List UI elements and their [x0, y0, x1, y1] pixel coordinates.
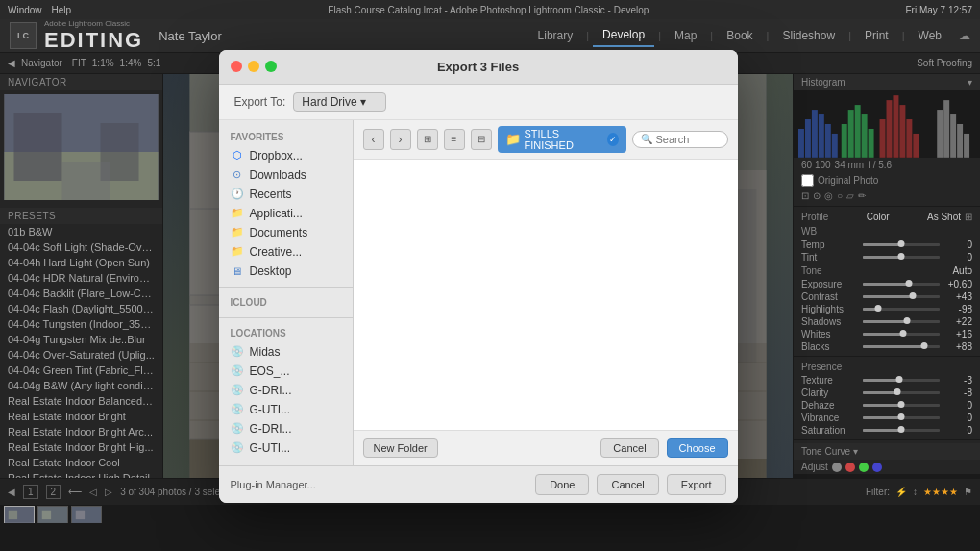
adjust-dot-green[interactable]: [859, 463, 869, 472]
sidebar-item-gdri1[interactable]: 💿 G-DRI...: [219, 381, 353, 400]
search-box[interactable]: 🔍: [632, 131, 728, 148]
tab-web[interactable]: Web: [909, 25, 951, 46]
list-view-button[interactable]: ≡: [444, 129, 465, 150]
profile-grid-icon[interactable]: ⊞: [965, 212, 972, 222]
preset-item[interactable]: Real Estate Indoor Bright Hig...: [0, 439, 162, 455]
preset-item[interactable]: Real Estate Indoor Bright: [0, 409, 162, 424]
tab-library[interactable]: Library: [528, 25, 583, 46]
preset-item[interactable]: 04-04c Flash (Daylight_5500-...: [0, 301, 162, 316]
export-button[interactable]: Export: [667, 474, 726, 495]
page-num-2[interactable]: 2: [46, 485, 61, 499]
zoom-option-2[interactable]: 1:4%: [120, 58, 142, 68]
preset-item[interactable]: 04-04g B&W (Any light condit...): [0, 378, 162, 393]
tab-book[interactable]: Book: [717, 25, 762, 46]
preset-item[interactable]: 04-04c Soft Light (Shade-Over...: [0, 239, 162, 255]
tab-slideshow[interactable]: Slideshow: [772, 25, 845, 46]
maximize-button[interactable]: [265, 61, 277, 72]
auto-tone-button[interactable]: Auto: [952, 265, 972, 276]
page-prev-icon[interactable]: ◀: [8, 487, 15, 497]
sidebar-item-creative[interactable]: 📁 Creative...: [219, 242, 353, 262]
menu-help[interactable]: Help: [52, 5, 72, 15]
prev-import-icon[interactable]: ⟵: [68, 487, 82, 497]
adjust-dot-grey[interactable]: [832, 463, 842, 472]
shadows-slider[interactable]: [863, 320, 940, 323]
back-button[interactable]: ‹: [363, 129, 384, 150]
profile-value[interactable]: Color: [867, 212, 890, 222]
sidebar-item-desktop[interactable]: 🖥 Desktop: [219, 262, 353, 281]
plugin-manager-button[interactable]: Plug-in Manager...: [231, 479, 316, 490]
sidebar-item-dropbox[interactable]: ⬡ Dropbox...: [219, 146, 353, 165]
crop-icon[interactable]: ⊡: [801, 190, 809, 201]
close-button[interactable]: [231, 61, 242, 72]
export-cancel-button[interactable]: Cancel: [597, 474, 658, 495]
preset-item[interactable]: Real Estate Indoor Balanced V...: [0, 393, 162, 409]
sidebar-item-downloads[interactable]: ⊙ Downloads: [219, 165, 353, 185]
preset-item[interactable]: 04-04c Backlit (Flare_Low-Con...: [0, 286, 162, 301]
forward-button[interactable]: ›: [390, 129, 411, 150]
preset-item[interactable]: Real Estate Indoor High Detail: [0, 470, 162, 478]
preset-item[interactable]: 01b B&W: [0, 224, 162, 239]
original-photo-checkbox[interactable]: [801, 174, 814, 187]
tone-curve-header[interactable]: Tone Curve ▾: [794, 443, 980, 460]
zoom-option-3[interactable]: 5:1: [147, 58, 160, 68]
preset-item[interactable]: 04-04c Green Tint (Fabric_Flu...: [0, 363, 162, 378]
preset-item[interactable]: 04-04g Tungsten Mix de..Blur: [0, 332, 162, 347]
profile-preset[interactable]: As Shot: [927, 212, 961, 222]
gradient-icon[interactable]: ▱: [846, 190, 854, 201]
menu-window[interactable]: Window: [8, 5, 42, 15]
new-folder-button[interactable]: New Folder: [363, 438, 438, 458]
preset-item[interactable]: 04-04c Over-Saturated (Uplig...: [0, 347, 162, 363]
tab-develop[interactable]: Develop: [593, 24, 654, 47]
column-view-button[interactable]: ⊟: [471, 129, 492, 150]
cancel-folder-button[interactable]: Cancel: [600, 438, 658, 458]
page-num-1[interactable]: 1: [23, 485, 38, 499]
blacks-slider[interactable]: [863, 345, 940, 348]
icon-view-button[interactable]: ⊞: [417, 129, 438, 150]
preset-item[interactable]: Real Estate Indoor Bright Arc...: [0, 424, 162, 439]
filter-icon[interactable]: ⚡: [895, 487, 907, 497]
radial-icon[interactable]: ○: [837, 190, 843, 201]
done-button[interactable]: Done: [535, 474, 589, 495]
choose-folder-button[interactable]: Choose: [667, 438, 728, 458]
vibrance-slider[interactable]: [863, 416, 940, 419]
preset-item[interactable]: 04-04h Hard Light (Open Sun): [0, 255, 162, 270]
film-thumb-2[interactable]: [37, 506, 68, 523]
film-thumb-1[interactable]: [4, 506, 35, 523]
fit-option[interactable]: FIT: [72, 58, 86, 68]
exposure-slider[interactable]: [863, 283, 940, 286]
search-input[interactable]: [656, 134, 733, 145]
sidebar-item-eos[interactable]: 💿 EOS_...: [219, 362, 353, 381]
sort-icon[interactable]: ↕: [913, 487, 918, 497]
temp-slider[interactable]: [863, 243, 940, 246]
contrast-slider[interactable]: [863, 295, 940, 298]
highlights-slider[interactable]: [863, 308, 940, 311]
preset-item[interactable]: 04-04c HDR Natural (Environm...: [0, 270, 162, 286]
export-to-select[interactable]: Hard Drive ▾: [293, 92, 386, 112]
flag-icon[interactable]: ⚑: [964, 487, 972, 497]
sidebar-item-applications[interactable]: 📁 Applicati...: [219, 204, 353, 223]
whites-slider[interactable]: [863, 333, 940, 336]
sidebar-item-gdri2[interactable]: 💿 G-DRI...: [219, 419, 353, 438]
sidebar-item-recents[interactable]: 🕐 Recents: [219, 185, 353, 204]
clarity-slider[interactable]: [863, 391, 940, 394]
sidebar-item-guti1[interactable]: 💿 G-UTI...: [219, 400, 353, 419]
adjust-dot-blue[interactable]: [872, 463, 882, 472]
sidebar-item-documents[interactable]: 📁 Documents: [219, 223, 353, 242]
preset-item[interactable]: 04-04c Tungsten (Indoor_3500...: [0, 316, 162, 332]
sidebar-item-guti2[interactable]: 💿 G-UTI...: [219, 438, 353, 458]
tab-map[interactable]: Map: [665, 25, 706, 46]
brush-icon[interactable]: ✏: [858, 190, 866, 201]
histogram-collapse[interactable]: ▾: [968, 77, 972, 88]
texture-slider[interactable]: [863, 379, 940, 382]
minimize-button[interactable]: [248, 61, 259, 72]
nav-arrow-right[interactable]: ▷: [105, 487, 112, 497]
spot-removal-icon[interactable]: ⊙: [813, 190, 821, 201]
preset-item[interactable]: Real Estate Indoor Cool: [0, 455, 162, 470]
saturation-slider[interactable]: [863, 429, 940, 432]
tab-print[interactable]: Print: [855, 25, 898, 46]
dehaze-slider[interactable]: [863, 404, 940, 407]
film-thumb-3[interactable]: [71, 506, 102, 523]
tint-slider[interactable]: [863, 256, 940, 259]
nav-arrow-left[interactable]: ◁: [89, 487, 97, 497]
zoom-option-1[interactable]: 1:1%: [92, 58, 114, 68]
